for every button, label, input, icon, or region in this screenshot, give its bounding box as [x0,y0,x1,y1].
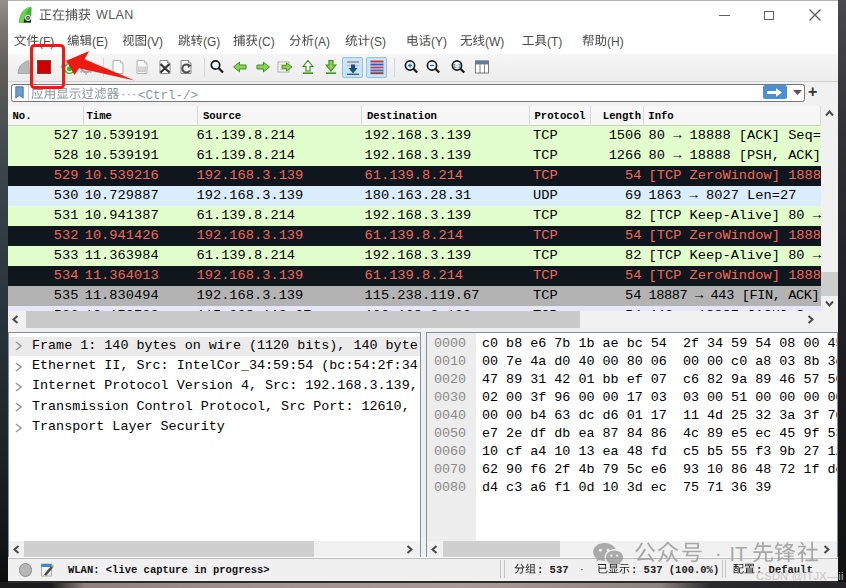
svg-text:1:1: 1:1 [453,63,461,69]
